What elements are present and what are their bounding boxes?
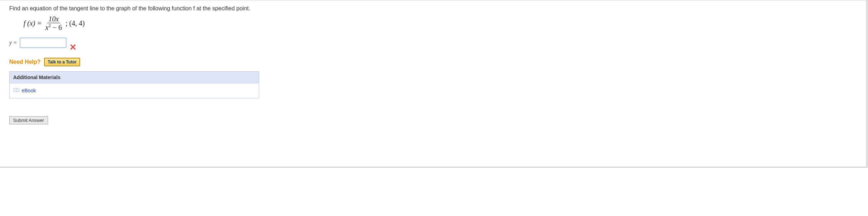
submit-answer-button[interactable]: Submit Answer — [9, 116, 48, 124]
point-spec: ; (4, 4) — [66, 19, 85, 27]
fraction: 10x x2 − 6 — [44, 15, 63, 31]
denominator: x2 − 6 — [44, 23, 63, 31]
ebook-link[interactable]: eBook — [13, 88, 36, 94]
additional-materials-panel: Additional Materials eBook — [9, 71, 259, 98]
answer-input[interactable] — [20, 38, 66, 48]
incorrect-icon — [70, 44, 76, 52]
ebook-label: eBook — [22, 88, 36, 93]
equation-display: f (x) = 10x x2 − 6 ; (4, 4) — [23, 15, 412, 31]
materials-header: Additional Materials — [10, 72, 259, 83]
function-lhs: f (x) = — [23, 19, 42, 27]
talk-to-tutor-button[interactable]: Talk to a Tutor — [44, 58, 80, 66]
question-prompt: Find an equation of the tangent line to … — [9, 5, 412, 12]
book-icon — [13, 88, 20, 94]
answer-label: y = — [9, 40, 17, 46]
need-help-label: Need Help? — [9, 59, 41, 65]
numerator: 10x — [47, 15, 60, 23]
